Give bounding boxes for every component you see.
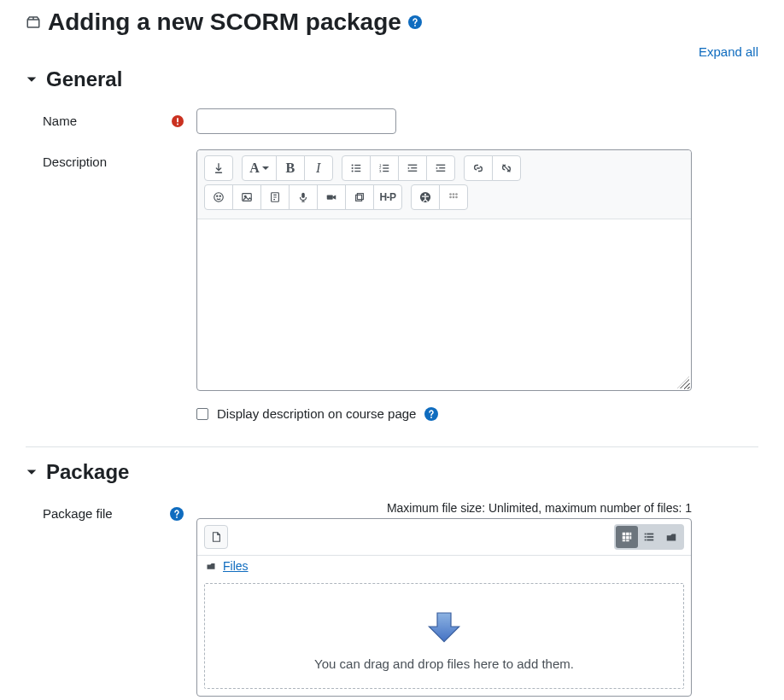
help-icon[interactable]	[424, 407, 438, 421]
emoji-button[interactable]	[204, 184, 233, 210]
italic-button[interactable]: I	[304, 155, 333, 181]
svg-rect-46	[626, 533, 629, 536]
outdent-button[interactable]	[398, 155, 427, 181]
svg-rect-50	[630, 536, 632, 540]
svg-rect-22	[436, 171, 446, 172]
microphone-button[interactable]	[289, 184, 318, 210]
folder-icon	[206, 561, 216, 571]
svg-rect-31	[356, 195, 362, 201]
svg-point-38	[449, 196, 452, 199]
bold-button[interactable]: B	[276, 155, 305, 181]
media-button[interactable]	[260, 184, 290, 210]
svg-point-24	[217, 195, 218, 196]
display-description-checkbox[interactable]	[196, 408, 208, 420]
svg-point-35	[449, 193, 452, 195]
svg-rect-47	[630, 533, 632, 536]
svg-rect-55	[645, 536, 647, 538]
svg-rect-17	[408, 165, 418, 166]
video-record-button[interactable]	[317, 184, 346, 210]
help-icon[interactable]	[170, 507, 184, 521]
display-description-label: Display description on course page	[217, 406, 416, 421]
expand-all-link[interactable]: Expand all	[26, 44, 758, 59]
svg-rect-48	[623, 536, 626, 540]
svg-point-36	[453, 193, 455, 195]
description-editor: A B I 123	[196, 149, 692, 391]
svg-rect-29	[301, 193, 305, 198]
screenreader-button[interactable]	[439, 184, 468, 210]
svg-rect-16	[383, 171, 389, 172]
svg-rect-20	[436, 165, 446, 166]
svg-rect-6	[354, 165, 360, 166]
svg-rect-3	[177, 118, 178, 122]
svg-rect-57	[645, 540, 647, 541]
page-title: Adding a new SCORM package	[48, 9, 401, 36]
paragraph-style-button[interactable]: A	[242, 155, 277, 181]
dropzone-text: You can drag and drop files here to add …	[214, 656, 675, 671]
svg-rect-53	[645, 534, 647, 535]
name-label: Name	[43, 114, 77, 128]
svg-point-5	[351, 164, 353, 166]
svg-rect-21	[439, 167, 445, 168]
svg-point-25	[219, 195, 220, 196]
resize-handle[interactable]	[677, 376, 689, 388]
scorm-package-icon	[26, 15, 41, 30]
chevron-down-icon	[26, 466, 38, 478]
svg-rect-12	[383, 165, 389, 166]
name-input[interactable]	[196, 108, 396, 134]
svg-rect-56	[647, 536, 653, 538]
svg-point-42	[431, 417, 433, 418]
editor-toolbar: A B I 123	[197, 150, 691, 219]
add-file-button[interactable]	[204, 525, 228, 549]
package-file-label: Package file	[43, 506, 113, 521]
svg-rect-54	[647, 534, 653, 535]
svg-point-4	[177, 123, 178, 125]
svg-text:3: 3	[379, 169, 382, 173]
section-heading-package: Package	[46, 460, 129, 484]
svg-point-9	[351, 170, 353, 172]
toolbar-expand-button[interactable]	[204, 155, 233, 181]
image-button[interactable]	[232, 184, 261, 210]
accessibility-button[interactable]	[411, 184, 440, 210]
description-label: Description	[43, 155, 107, 169]
svg-rect-14	[383, 167, 389, 168]
chevron-down-icon	[26, 73, 38, 85]
download-arrow-icon	[423, 610, 465, 644]
h5p-button[interactable]: H-P	[373, 184, 402, 210]
svg-point-44	[176, 516, 178, 518]
svg-rect-10	[354, 171, 360, 172]
svg-point-7	[351, 167, 353, 169]
svg-point-39	[453, 196, 455, 199]
manage-files-button[interactable]	[345, 184, 374, 210]
required-icon	[172, 115, 184, 127]
svg-rect-8	[354, 167, 360, 168]
svg-rect-18	[411, 167, 417, 168]
unlink-button[interactable]	[492, 155, 521, 181]
indent-button[interactable]	[426, 155, 455, 181]
link-button[interactable]	[464, 155, 493, 181]
svg-rect-19	[408, 171, 418, 172]
files-breadcrumb-link[interactable]: Files	[223, 559, 249, 573]
svg-point-37	[455, 193, 458, 195]
svg-rect-49	[626, 536, 629, 540]
file-picker: Files You can drag and drop files here t…	[196, 518, 692, 697]
svg-point-23	[214, 193, 224, 202]
file-dropzone[interactable]: You can drag and drop files here to add …	[204, 583, 684, 689]
svg-rect-45	[623, 533, 626, 536]
section-toggle-general[interactable]: General	[26, 67, 758, 91]
svg-rect-58	[647, 540, 653, 541]
section-divider	[26, 446, 758, 447]
section-toggle-package[interactable]: Package	[26, 460, 758, 484]
svg-point-1	[414, 25, 416, 26]
view-list-button[interactable]	[638, 526, 660, 548]
view-icons-button[interactable]	[616, 526, 638, 548]
bullet-list-button[interactable]	[342, 155, 371, 181]
numbered-list-button[interactable]: 123	[370, 155, 399, 181]
description-textarea[interactable]	[197, 219, 691, 390]
svg-rect-32	[357, 194, 363, 200]
help-icon[interactable]	[408, 15, 422, 29]
svg-point-40	[455, 196, 458, 199]
svg-point-34	[424, 194, 426, 195]
view-tree-button[interactable]	[660, 526, 682, 548]
svg-rect-52	[626, 540, 629, 542]
svg-rect-30	[327, 195, 333, 199]
